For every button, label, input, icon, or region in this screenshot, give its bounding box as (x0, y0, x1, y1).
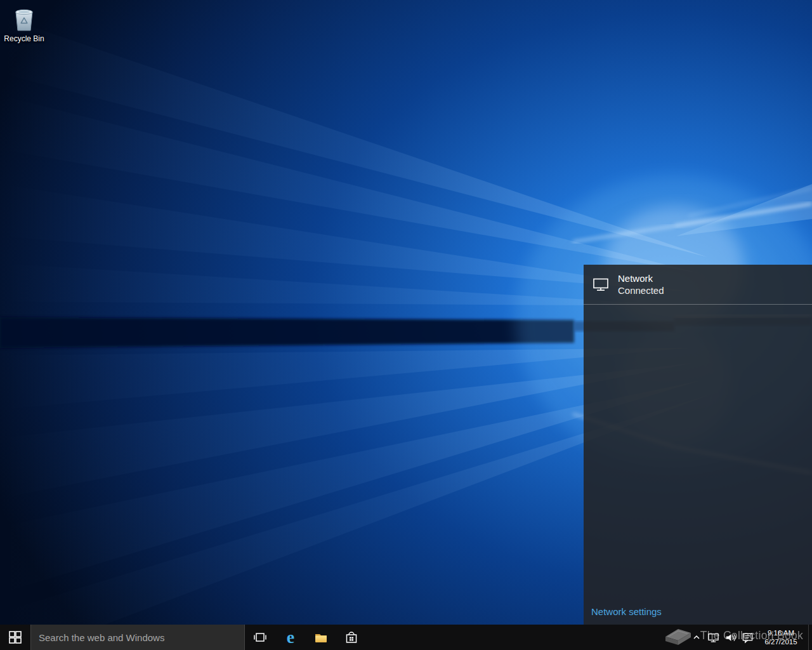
volume-button[interactable] (722, 625, 739, 650)
network-tray-icon (707, 632, 719, 644)
chevron-up-icon (691, 632, 702, 642)
file-explorer-button[interactable] (306, 625, 336, 650)
taskbar-search-box[interactable] (30, 625, 245, 650)
windows-store-button[interactable] (336, 625, 367, 650)
recycle-bin-label: Recycle Bin (4, 35, 44, 43)
windows-start-icon (8, 630, 22, 644)
store-bag-icon (344, 630, 359, 645)
edge-e-icon: e (287, 628, 294, 646)
network-name: Network (618, 273, 664, 284)
recycle-bin-icon (11, 5, 37, 33)
network-flyout: Network Connected Network settings (584, 265, 812, 625)
action-center-icon (742, 632, 754, 644)
show-hidden-icons-button[interactable] (688, 625, 705, 650)
action-center-button[interactable] (739, 625, 756, 650)
volume-icon (724, 632, 737, 644)
network-status: Connected (618, 285, 664, 296)
task-view-button[interactable] (245, 625, 275, 650)
task-view-icon (252, 630, 268, 645)
clock-time: 9:16 AM (756, 628, 806, 637)
edge-browser-button[interactable]: e (275, 625, 306, 650)
network-tray-button[interactable] (705, 625, 722, 650)
network-connection-item[interactable]: Network Connected (584, 265, 812, 305)
clock-date: 6/27/2015 (756, 637, 806, 646)
ethernet-network-icon (593, 276, 610, 293)
show-desktop-button[interactable] (808, 625, 812, 650)
taskbar-clock[interactable]: 9:16 AM 6/27/2015 (756, 625, 808, 650)
network-settings-link[interactable]: Network settings (591, 606, 662, 617)
folder-icon (313, 630, 329, 645)
windows-desktop: Recycle Bin Network Connected Network se… (0, 0, 812, 650)
search-input[interactable] (31, 632, 244, 643)
start-button[interactable] (0, 625, 30, 650)
recycle-bin[interactable]: Recycle Bin (0, 5, 48, 43)
system-tray: 9:16 AM 6/27/2015 (688, 625, 812, 650)
taskbar: e (0, 625, 812, 650)
